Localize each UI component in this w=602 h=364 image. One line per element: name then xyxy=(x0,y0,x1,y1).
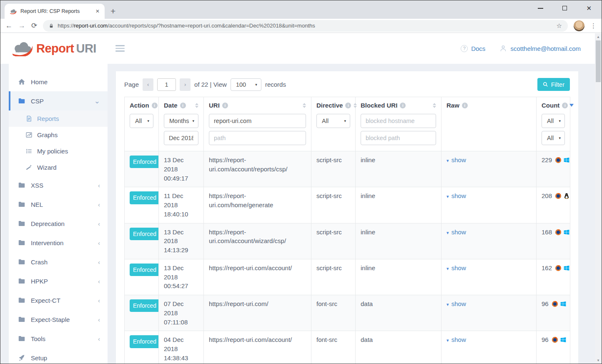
search-icon xyxy=(543,82,548,87)
header-right: Docs scotthelme@hotmail.com xyxy=(461,45,581,52)
count-max-select[interactable]: All▾ xyxy=(542,131,565,145)
user-email: scotthelme@hotmail.com xyxy=(510,45,581,52)
window-close-icon[interactable]: ✕ xyxy=(586,6,592,10)
col-uri[interactable]: URI xyxy=(204,97,311,151)
firefox-icon xyxy=(555,193,562,199)
sidebar-item-label: Deprecation xyxy=(31,220,65,227)
folder-icon xyxy=(18,296,25,304)
page-body: HomeCSP⌄ReportsGraphsMy policiesWizardXS… xyxy=(0,64,602,364)
sidebar-item-my-policies[interactable]: My policies xyxy=(9,143,108,159)
browser-tab[interactable]: Report URI: CSP Reports ✕ xyxy=(5,4,105,19)
sidebar-item-crash[interactable]: Crash‹ xyxy=(9,252,108,271)
firefox-icon xyxy=(555,157,562,163)
address-bar[interactable]: https://report-uri.com/account/reports/c… xyxy=(43,20,568,32)
col-blocked-uri[interactable]: Blocked URI xyxy=(356,97,441,151)
scroll-down-icon[interactable]: ▼ xyxy=(595,357,602,364)
directive-cell: font-src xyxy=(311,331,356,364)
count-cell: 229 xyxy=(537,151,570,187)
sort-icons[interactable] xyxy=(430,103,436,108)
raw-show-toggle[interactable]: ▾ show xyxy=(446,264,466,271)
sort-icons[interactable] xyxy=(193,103,198,108)
back-icon[interactable]: ← xyxy=(5,22,13,29)
page-number-input[interactable] xyxy=(157,78,176,91)
maximize-icon[interactable] xyxy=(562,6,567,10)
blocked-hostname-input[interactable] xyxy=(361,114,436,128)
prev-page-button[interactable]: ‹ xyxy=(143,78,153,91)
table-row: Enforced04 Dec 201814:38:43https://repor… xyxy=(125,331,570,364)
date-filter-input[interactable] xyxy=(164,131,198,145)
action-filter-select[interactable]: All▾ xyxy=(130,114,153,128)
rocket-icon xyxy=(18,354,25,361)
url-text: https://report-uri.com/account/reports/c… xyxy=(58,23,315,29)
sidebar-item-xss[interactable]: XSS‹ xyxy=(9,176,108,195)
info-icon[interactable] xyxy=(462,103,468,108)
new-tab-button[interactable]: + xyxy=(110,7,115,15)
col-count[interactable]: Count All▾ All▾ xyxy=(537,97,570,151)
raw-show-toggle[interactable]: ▾ show xyxy=(446,228,466,236)
col-date[interactable]: Date Months▾ xyxy=(159,97,204,151)
records-per-page-select[interactable]: 100▾ xyxy=(231,78,261,91)
raw-show-toggle[interactable]: ▾ show xyxy=(446,192,466,199)
raw-show-toggle[interactable]: ▾ show xyxy=(446,156,466,163)
sidebar-item-hpkp[interactable]: HPKP‹ xyxy=(9,271,108,291)
sidebar-item-label: NEL xyxy=(31,201,43,208)
sidebar-item-expect-ct[interactable]: Expect-CT‹ xyxy=(9,291,108,310)
sidebar-item-nel[interactable]: NEL‹ xyxy=(9,195,108,214)
info-icon[interactable] xyxy=(562,103,568,108)
count-value: 162 xyxy=(542,264,552,271)
page-scrollbar[interactable]: ▲ ▼ xyxy=(595,33,602,364)
sidebar-item-graphs[interactable]: Graphs xyxy=(9,127,108,143)
windows-icon xyxy=(560,301,567,307)
info-icon[interactable] xyxy=(222,103,228,108)
minimize-icon[interactable] xyxy=(538,8,543,9)
info-icon[interactable] xyxy=(152,103,158,108)
docs-link[interactable]: Docs xyxy=(461,45,485,52)
tab-close-icon[interactable]: ✕ xyxy=(95,8,100,14)
hamburger-menu-icon[interactable] xyxy=(115,45,125,52)
blocked-path-input[interactable] xyxy=(361,131,436,145)
scrollbar-thumb[interactable] xyxy=(596,40,601,82)
directive-filter-select[interactable]: All▾ xyxy=(316,114,350,128)
sidebar-item-tools[interactable]: Tools‹ xyxy=(9,329,108,348)
info-icon[interactable] xyxy=(345,103,351,108)
user-icon xyxy=(499,45,507,52)
account-menu[interactable]: scotthelme@hotmail.com xyxy=(499,45,581,52)
sort-desc-icon[interactable] xyxy=(569,104,574,107)
report-uri-logo[interactable]: ReportURI xyxy=(11,41,96,56)
next-page-button[interactable]: › xyxy=(180,78,191,91)
info-icon[interactable] xyxy=(400,103,406,108)
sort-icons[interactable] xyxy=(351,103,357,108)
col-directive[interactable]: Directive All▾ xyxy=(311,97,356,151)
chevron-left-icon: ‹ xyxy=(98,240,100,246)
sidebar-item-deprecation[interactable]: Deprecation‹ xyxy=(9,214,108,233)
sidebar-item-reports[interactable]: Reports xyxy=(9,110,108,127)
sidebar-item-setup[interactable]: Setup xyxy=(9,348,108,364)
date-cell: 07 Dec 201807:11:08 xyxy=(159,295,204,331)
count-cell: 96 xyxy=(537,295,570,331)
count-min-select[interactable]: All▾ xyxy=(542,114,565,128)
browser-menu-icon[interactable]: ⋮ xyxy=(590,22,597,30)
caret-down-icon: ▾ xyxy=(446,230,449,236)
sidebar-item-label: Expect-Staple xyxy=(31,316,70,323)
sidebar-item-csp[interactable]: CSP⌄ xyxy=(9,91,108,110)
uri-path-input[interactable] xyxy=(209,131,306,145)
uri-cell: https://report-uri.com/account/ xyxy=(204,259,311,295)
sidebar-item-expect-staple[interactable]: Expect-Staple‹ xyxy=(9,310,108,329)
sort-icons[interactable] xyxy=(300,103,306,108)
chevron-left-icon: ‹ xyxy=(98,201,100,208)
sidebar-item-wizard[interactable]: Wizard xyxy=(9,159,108,176)
sidebar-item-home[interactable]: Home xyxy=(9,72,108,91)
bookmark-star-icon[interactable]: ☆ xyxy=(557,22,562,30)
forward-icon[interactable]: → xyxy=(18,22,25,29)
info-icon[interactable] xyxy=(180,103,186,108)
profile-avatar[interactable] xyxy=(574,20,584,31)
raw-show-toggle[interactable]: ▾ show xyxy=(446,336,466,343)
sidebar-item-intervention[interactable]: Intervention‹ xyxy=(9,233,108,252)
scroll-up-icon[interactable]: ▲ xyxy=(595,33,602,40)
date-unit-select[interactable]: Months▾ xyxy=(164,114,198,128)
filter-button[interactable]: Filter xyxy=(537,78,570,91)
action-badge: Enforced xyxy=(130,335,159,348)
uri-hostname-input[interactable] xyxy=(209,114,306,128)
raw-show-toggle[interactable]: ▾ show xyxy=(446,300,466,307)
reload-icon[interactable]: ⟳ xyxy=(31,22,37,29)
